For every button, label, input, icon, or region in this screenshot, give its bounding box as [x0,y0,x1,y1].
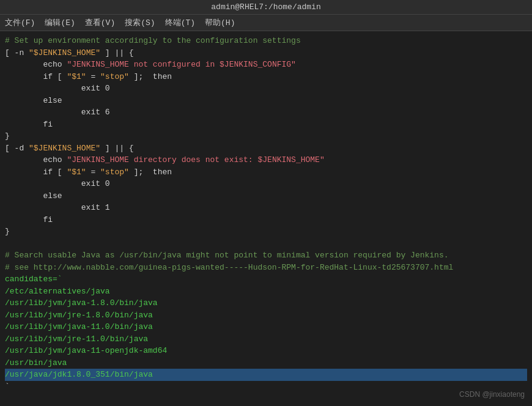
java-candidate-6: /usr/lib/jvm/java-11-openjdk-amd64 [5,345,527,357]
code-line-10: [ -d "$JENKINS_HOME" ] || { [5,142,527,155]
code-line-18: # Search usable Java as /usr/bin/java mi… [5,249,527,262]
java-candidate-highlighted: /usr/java/jdk1.8.0_351/bin/java [5,369,527,381]
code-line-19: # see http://www.nabble.com/guinea-pigs-… [5,262,527,274]
java-candidate-5: /usr/lib/jvm/jre-11.0/bin/java [5,333,527,345]
menu-search[interactable]: 搜索(S) [125,17,155,28]
code-line-15: exit 1 [5,202,527,214]
menu-view[interactable]: 查看(V) [85,17,115,28]
java-candidate-7: /usr/bin/java [5,357,527,369]
code-line-12: if [ "$1" = "stop" ]; then [5,166,527,179]
code-line-9: } [5,130,527,142]
code-line-17: } [5,226,527,238]
java-candidate-4: /usr/lib/jvm/java-11.0/bin/java [5,321,527,333]
menu-help[interactable]: 帮助(H) [205,17,235,28]
code-line-4: if [ "$1" = "stop" ]; then [5,71,527,83]
code-line-20: candidates=` [5,273,527,286]
java-candidate-1: /etc/alternatives/java [5,286,527,298]
title-text: admin@RHEL7:/home/admin [211,2,320,12]
code-line-7: exit 6 [5,106,527,119]
menu-file[interactable]: 文件(F) [5,17,35,28]
code-line-11: echo "JENKINS_HOME directory does not ex… [5,154,527,166]
terminal-content: # Set up environment accordingly to the … [0,31,532,403]
code-line-backtick: ` [5,381,527,393]
code-line-6: else [5,95,527,107]
code-line-8: fi [5,119,527,131]
code-line-5: exit 0 [5,83,527,95]
java-candidate-3: /usr/lib/jvm/jre-1.8.0/bin/java [5,309,527,322]
code-line-16: fi [5,214,527,226]
title-bar: admin@RHEL7:/home/admin [0,0,532,15]
code-line-1: # Set up environment accordingly to the … [5,35,527,47]
menu-terminal[interactable]: 终端(T) [165,17,195,28]
code-line-13: exit 0 [5,178,527,190]
java-candidate-2: /usr/lib/jvm/java-1.8.0/bin/java [5,297,527,309]
code-line-2: [ -n "$JENKINS_HOME" ] || { [5,47,527,59]
code-line-14: else [5,190,527,202]
menu-bar: 文件(F) 编辑(E) 查看(V) 搜索(S) 终端(T) 帮助(H) [0,15,532,31]
code-line-blank1 [5,238,527,250]
code-line-3: echo "JENKINS_HOME not configured in $JE… [5,59,527,71]
code-line-blank2 [5,393,527,403]
watermark: CSDN @jinxiaoteng [459,390,525,399]
menu-edit[interactable]: 编辑(E) [45,17,75,28]
